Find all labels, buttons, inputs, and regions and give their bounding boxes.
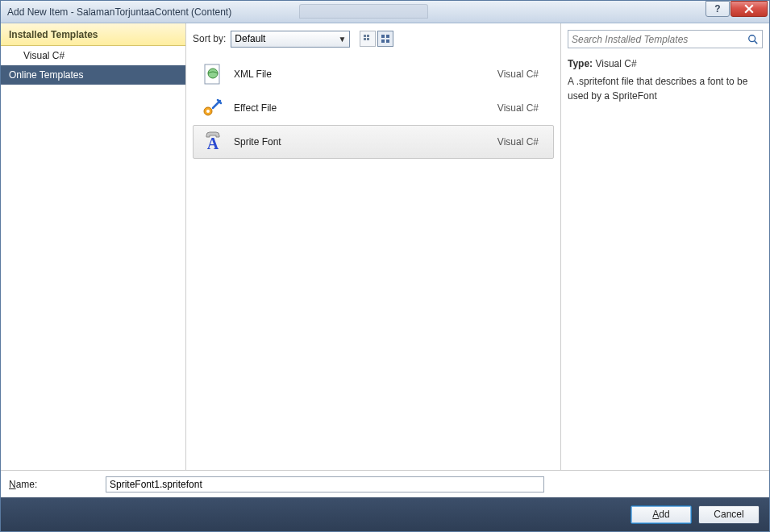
add-mnemonic: A [652, 509, 659, 520]
svg-rect-7 [386, 39, 389, 43]
svg-text:A: A [207, 135, 219, 152]
chevron-down-icon: ▼ [338, 35, 346, 44]
svg-rect-4 [381, 35, 385, 38]
name-label-rest: ame: [16, 479, 38, 490]
sortby-dropdown[interactable]: Default ▼ [231, 31, 350, 48]
titlebar[interactable]: Add New Item - SalamanTorjuntaaContent (… [1, 1, 769, 23]
template-row-xml-file[interactable]: XML File Visual C# [193, 57, 554, 91]
content-row: Installed Templates Visual C# Online Tem… [1, 23, 769, 470]
description-block: Type: Visual C# A .spritefont file that … [568, 56, 763, 103]
view-toggle [360, 31, 393, 47]
view-small-icons-button[interactable] [360, 31, 376, 47]
type-value: Visual C# [595, 58, 636, 69]
type-line: Type: Visual C# [568, 56, 763, 71]
sidebar-online-header[interactable]: Online Templates [1, 65, 185, 85]
type-label: Type: [568, 58, 593, 69]
description-text: A .spritefont file that describes a font… [568, 74, 763, 103]
center-panel: Sort by: Default ▼ [186, 23, 561, 470]
close-icon [744, 4, 754, 14]
template-name: Sprite Font [234, 136, 488, 148]
svg-rect-2 [364, 38, 366, 40]
search-icon [747, 34, 759, 45]
svg-point-11 [206, 110, 210, 113]
template-lang: Visual C# [497, 69, 545, 80]
dialog-window: Add New Item - SalamanTorjuntaaContent (… [0, 0, 770, 532]
cancel-button[interactable]: Cancel [698, 505, 760, 524]
svg-rect-5 [386, 35, 389, 38]
name-row: Name: [1, 470, 769, 497]
cancel-label: Cancel [714, 509, 743, 520]
svg-rect-3 [367, 38, 369, 40]
sidebar: Installed Templates Visual C# Online Tem… [1, 23, 186, 470]
window-controls: ? [705, 1, 768, 17]
sidebar-item-label: Visual C# [23, 50, 65, 61]
name-label: Name: [9, 479, 98, 490]
svg-rect-0 [364, 35, 366, 37]
view-medium-icons-button[interactable] [377, 31, 393, 47]
add-rest: dd [659, 509, 669, 520]
window-title: Add New Item - SalamanTorjuntaaContent (… [7, 6, 231, 18]
effect-file-icon [202, 97, 224, 119]
template-row-sprite-font[interactable]: A Sprite Font Visual C# [193, 125, 554, 159]
toolbar: Sort by: Default ▼ [186, 23, 560, 54]
template-list: XML File Visual C# Effect File Vis [186, 54, 560, 470]
search-input[interactable] [572, 34, 747, 45]
svg-line-14 [755, 40, 758, 44]
svg-rect-6 [381, 39, 385, 43]
grid-medium-icon [381, 34, 390, 44]
sprite-font-icon: A [202, 131, 224, 153]
xml-file-icon [202, 63, 224, 85]
close-button[interactable] [730, 1, 768, 17]
right-panel: Type: Visual C# A .spritefont file that … [561, 23, 769, 470]
template-row-effect-file[interactable]: Effect File Visual C# [193, 91, 554, 125]
help-icon: ? [714, 3, 720, 15]
sidebar-installed-header[interactable]: Installed Templates [1, 23, 185, 46]
background-tab-ghost [299, 4, 428, 19]
svg-point-9 [208, 69, 218, 78]
help-button[interactable]: ? [705, 1, 730, 17]
sidebar-item-visual-csharp[interactable]: Visual C# [1, 46, 185, 65]
svg-rect-1 [367, 35, 369, 37]
sortby-label: Sort by: [193, 33, 226, 44]
search-box[interactable] [568, 30, 763, 48]
grid-small-icon [363, 34, 373, 44]
name-label-mnemonic: N [9, 479, 16, 490]
template-lang: Visual C# [497, 102, 545, 114]
dialog-body: Installed Templates Visual C# Online Tem… [1, 23, 769, 531]
template-name: Effect File [234, 102, 488, 114]
name-input[interactable] [106, 476, 544, 493]
add-button[interactable]: Add [631, 505, 692, 524]
sortby-value: Default [235, 33, 265, 44]
template-name: XML File [234, 69, 488, 80]
svg-point-13 [749, 35, 755, 41]
template-lang: Visual C# [497, 136, 545, 148]
button-row: Add Cancel [1, 497, 769, 531]
